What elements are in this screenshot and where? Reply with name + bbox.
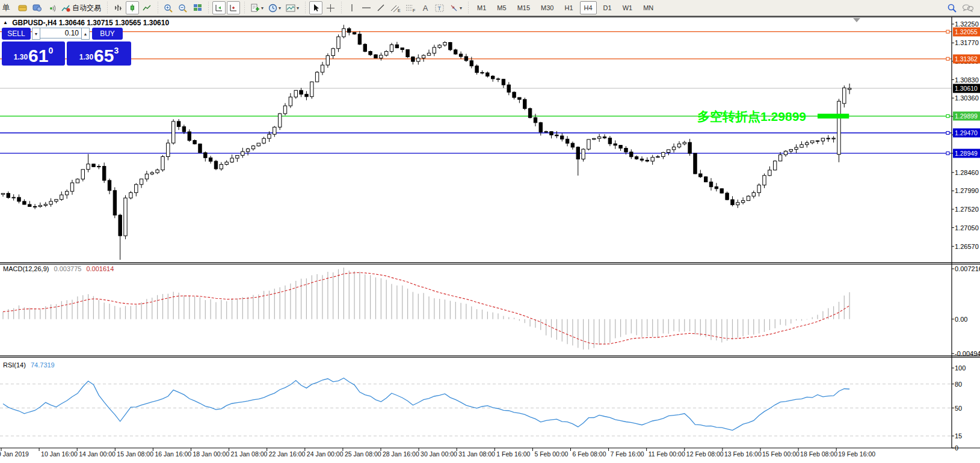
timeframe-M5[interactable]: M5 (493, 1, 510, 14)
rsi-name: RSI(14) (3, 361, 26, 369)
chart-shift-button[interactable] (212, 1, 226, 14)
line-chart-button[interactable] (140, 1, 153, 14)
toolbar-separator (156, 2, 159, 14)
template-button[interactable]: ▾ (284, 1, 301, 14)
chat-icon[interactable] (960, 1, 976, 14)
vertical-line-tool[interactable] (345, 1, 359, 14)
pivot-annotation-text[interactable]: 多空转折点1.29899 (636, 108, 806, 125)
fibonacci-tool[interactable]: F (404, 1, 418, 14)
chart-shift-marker (853, 18, 860, 22)
toolbar-separator (242, 2, 246, 14)
svg-text:T: T (438, 5, 442, 11)
timeframe-group: M1M5M15M30H1H4D1W1MN (472, 1, 659, 14)
chevron-down-icon: ▾ (297, 5, 299, 11)
pivot-thick-segment[interactable] (818, 114, 849, 118)
macd-main-value: 0.003775 (54, 265, 81, 272)
period-button[interactable]: ▾ (267, 1, 283, 14)
toolbar-separator (466, 2, 470, 14)
collapse-panel-icon[interactable]: ▲ (3, 20, 8, 25)
macd-signal-line (3, 272, 849, 344)
new-chart-button[interactable]: ▾ (248, 1, 265, 14)
chevron-down-icon: ▾ (261, 5, 263, 11)
svg-text:E: E (398, 8, 401, 13)
sell-button[interactable]: SELL (2, 28, 31, 40)
buy-price-sup: 3 (114, 46, 119, 55)
macd-signal-value: 0.001614 (86, 265, 114, 272)
level-endpoint-marker (946, 115, 949, 118)
bar-chart-button[interactable] (111, 1, 125, 14)
volume-input[interactable] (40, 28, 81, 38)
cursor-tool-button[interactable] (309, 1, 322, 14)
auto-trading-label: 自动交易 (72, 3, 101, 13)
text-label-tool[interactable]: T (433, 1, 446, 14)
text-tool[interactable]: A (419, 1, 432, 14)
chevron-down-icon: ▾ (279, 5, 281, 11)
market-watch-icon[interactable] (16, 1, 29, 14)
level-endpoint-marker (946, 152, 949, 155)
svg-text:F: F (413, 8, 415, 13)
macd-indicator-label: MACD(12,26,9) 0.003775 0.001614 (3, 265, 114, 272)
chevron-down-icon: ▾ (460, 5, 462, 11)
sell-price-prefix: 1.30 (14, 53, 28, 61)
channel-tool[interactable]: E (389, 1, 402, 14)
timeframe-M1[interactable]: M1 (473, 1, 490, 14)
trendline-tool[interactable] (374, 1, 387, 14)
rsi-indicator-label: RSI(14) 74.7319 (3, 361, 55, 369)
one-click-trading-panel: SELL ▼ ▲ BUY 1.30 61 0 1.30 65 3 (2, 28, 133, 66)
macd-name: MACD(12,26,9) (3, 265, 49, 272)
sell-price-big: 61 (28, 48, 48, 64)
arrows-tool[interactable]: ▾ (448, 1, 464, 14)
toolbar-separator (206, 2, 210, 14)
search-icon[interactable] (945, 1, 959, 14)
buy-price-big: 65 (94, 48, 114, 64)
buy-button[interactable]: BUY (92, 28, 123, 40)
sell-price-display[interactable]: 1.30 61 0 (2, 41, 65, 66)
signals-icon[interactable] (45, 1, 58, 14)
buy-price-prefix: 1.30 (79, 53, 93, 61)
timeframe-W1[interactable]: W1 (618, 1, 637, 14)
auto-scroll-button[interactable] (227, 1, 240, 14)
volume-decrease-button[interactable]: ▼ (32, 28, 40, 40)
chart-title: ▲ GBPUSD-,H4 1.30646 1.30715 1.30565 1.3… (3, 19, 169, 27)
toolbar-right-group (945, 1, 976, 14)
candlestick-chart-button[interactable] (126, 1, 139, 14)
toolbar-separator (339, 2, 343, 14)
tile-windows-button[interactable] (191, 1, 204, 14)
toolbar-separator (105, 2, 109, 14)
timeframe-H1[interactable]: H1 (560, 1, 577, 14)
level-endpoint-marker (946, 57, 949, 60)
volume-increase-button[interactable]: ▲ (81, 28, 90, 40)
rsi-line (3, 378, 849, 431)
level-endpoint-marker (946, 30, 949, 33)
timeframe-M15[interactable]: M15 (513, 1, 534, 14)
zoom-out-button[interactable] (176, 1, 190, 14)
sell-price-sup: 0 (48, 46, 53, 55)
level-endpoint-marker (946, 132, 949, 135)
buy-price-display[interactable]: 1.30 65 3 (67, 41, 131, 66)
new-order-button[interactable]: 单 (2, 1, 15, 14)
chart-title-symbol: GBPUSD-,H4 (12, 19, 57, 27)
rsi-value: 74.7319 (31, 361, 55, 369)
auto-trading-button[interactable]: 自动交易 (60, 1, 103, 14)
crosshair-tool-button[interactable] (324, 1, 337, 14)
timeframe-D1[interactable]: D1 (599, 1, 616, 14)
macd-histogram (3, 268, 849, 349)
main-toolbar: 单 自动交易 ▾ ▾ (0, 0, 980, 16)
horizontal-line-tool[interactable] (360, 1, 373, 14)
chart-title-ohlc: 1.30646 1.30715 1.30565 1.30610 (59, 19, 170, 27)
terminal-icon[interactable] (31, 1, 44, 14)
zoom-in-button[interactable] (162, 1, 175, 14)
chart-canvas[interactable] (0, 0, 980, 463)
timeframe-H4[interactable]: H4 (580, 1, 597, 14)
timeframe-MN[interactable]: MN (639, 1, 658, 14)
toolbar-separator (303, 2, 307, 14)
timeframe-M30[interactable]: M30 (537, 1, 558, 14)
